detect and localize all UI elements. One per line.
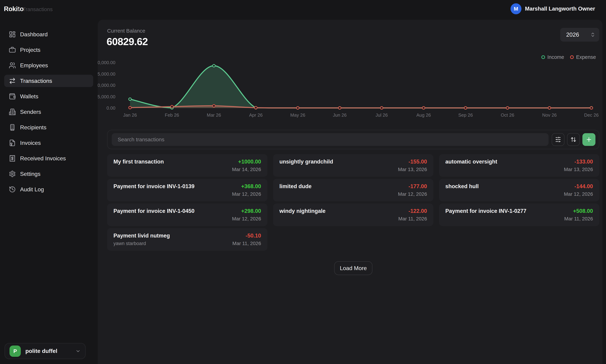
filter-button[interactable] bbox=[552, 133, 564, 146]
area-chart: 0.005,000.0010,000.0015,000.0020,000.00J… bbox=[98, 60, 603, 120]
year-select[interactable]: 2026 bbox=[560, 28, 599, 42]
transaction-card[interactable]: Payment livid nutmeg-50.10yawn starboard… bbox=[107, 228, 267, 251]
wallet-icon bbox=[9, 93, 16, 100]
transaction-amount: +368.00 bbox=[241, 183, 261, 190]
transaction-title: Payment for invoice INV-1-0277 bbox=[445, 208, 526, 214]
sliders-icon bbox=[555, 137, 561, 143]
avatar: M bbox=[511, 3, 521, 14]
transaction-card[interactable]: limited dude-177.00Mar 12, 2026 bbox=[273, 179, 433, 201]
building-2-icon bbox=[9, 108, 16, 115]
settings-icon bbox=[9, 170, 16, 177]
dashboard-icon bbox=[9, 31, 16, 38]
transaction-date: Mar 11, 2026 bbox=[232, 241, 261, 246]
svg-text:15,000.00: 15,000.00 bbox=[98, 71, 115, 77]
transaction-title: windy nightingale bbox=[279, 208, 325, 214]
add-transaction-button[interactable] bbox=[582, 133, 595, 146]
transaction-card[interactable]: automatic oversight-133.00Mar 13, 2026 bbox=[439, 154, 599, 177]
transaction-amount: -155.00 bbox=[409, 158, 427, 165]
legend-label: Expense bbox=[576, 54, 596, 60]
sidebar: DashboardProjectsEmployeesTransactionsWa… bbox=[0, 20, 97, 364]
transaction-card[interactable]: unsightly grandchild-155.00Mar 13, 2026 bbox=[273, 154, 433, 177]
sidebar-item-label: Dashboard bbox=[20, 31, 48, 38]
transactions-grid: My first transaction+1000.00Mar 14, 2026… bbox=[107, 154, 599, 251]
app-root: { "topbar": { "brand": "Rokito", "separa… bbox=[0, 0, 606, 364]
transaction-card[interactable]: Payment for invoice INV-1-0139+368.00Mar… bbox=[107, 179, 267, 201]
sidebar-item-label: Employees bbox=[20, 62, 48, 69]
sidebar-item-label: Senders bbox=[20, 109, 41, 115]
brand-logo[interactable]: Rokito bbox=[4, 5, 24, 13]
sidebar-item-dashboard[interactable]: Dashboard bbox=[4, 28, 93, 40]
transaction-title: shocked hull bbox=[445, 183, 479, 190]
transaction-date: Mar 12, 2026 bbox=[232, 216, 261, 222]
sidebar-item-transactions[interactable]: Transactions bbox=[4, 75, 93, 87]
sidebar-item-received-invoices[interactable]: Received Invoices bbox=[4, 152, 93, 165]
breadcrumb: Transactions bbox=[23, 6, 53, 12]
sidebar-nav: DashboardProjectsEmployeesTransactionsWa… bbox=[4, 28, 93, 195]
sidebar-item-label: Transactions bbox=[20, 78, 52, 84]
arrows-left-right-icon bbox=[9, 77, 16, 84]
svg-text:Aug 26: Aug 26 bbox=[416, 112, 431, 118]
sidebar-item-invoices[interactable]: Invoices bbox=[4, 137, 93, 149]
legend-label: Income bbox=[547, 54, 564, 60]
transaction-date: Mar 12, 2026 bbox=[564, 191, 593, 197]
main-panel: Current Balance 60829.62 2026 IncomeExpe… bbox=[98, 20, 603, 364]
load-more-button[interactable]: Load More bbox=[334, 261, 373, 275]
transaction-title: Payment for invoice INV-1-0139 bbox=[114, 183, 194, 190]
transaction-date: Mar 12, 2026 bbox=[232, 191, 261, 197]
svg-text:10,000.00: 10,000.00 bbox=[98, 83, 115, 88]
sidebar-item-audit-log[interactable]: Audit Log bbox=[4, 183, 93, 195]
transaction-amount: +298.00 bbox=[241, 208, 261, 214]
sidebar-item-recipients[interactable]: Recipients bbox=[4, 121, 93, 133]
legend-item-expense: Expense bbox=[570, 54, 596, 60]
transaction-card[interactable]: shocked hull-144.00Mar 12, 2026 bbox=[439, 179, 599, 201]
sidebar-user-name: polite duffel bbox=[25, 348, 71, 354]
transactions-toolbar bbox=[107, 130, 599, 149]
svg-text:0.00: 0.00 bbox=[106, 105, 115, 111]
transaction-card[interactable]: Payment for invoice INV-1-0277+508.00Mar… bbox=[439, 204, 599, 226]
users-icon bbox=[9, 62, 16, 69]
transaction-title: Payment livid nutmeg bbox=[114, 233, 170, 239]
svg-text:5,000.00: 5,000.00 bbox=[98, 94, 115, 99]
sidebar-user-switcher[interactable]: P polite duffel bbox=[5, 343, 86, 359]
transaction-date: Mar 13, 2026 bbox=[564, 167, 593, 172]
transaction-title: automatic oversight bbox=[445, 158, 497, 165]
transaction-amount: -144.00 bbox=[574, 183, 593, 190]
svg-text:Nov 26: Nov 26 bbox=[542, 112, 557, 118]
svg-text:Jan 26: Jan 26 bbox=[123, 112, 137, 118]
transaction-title: limited dude bbox=[279, 183, 312, 190]
svg-text:Sep 26: Sep 26 bbox=[458, 112, 473, 118]
year-select-value: 2026 bbox=[566, 31, 579, 38]
receipt-icon bbox=[9, 155, 16, 162]
transaction-date: Mar 14, 2026 bbox=[232, 167, 261, 172]
sidebar-item-senders[interactable]: Senders bbox=[4, 106, 93, 118]
sidebar-item-projects[interactable]: Projects bbox=[4, 44, 93, 56]
svg-text:Dec 26: Dec 26 bbox=[584, 112, 599, 118]
avatar: P bbox=[10, 346, 21, 357]
transaction-amount: -50.10 bbox=[245, 233, 261, 239]
transaction-title: Payment for invoice INV-1-0450 bbox=[114, 208, 194, 214]
sidebar-item-wallets[interactable]: Wallets bbox=[4, 90, 93, 103]
legend-item-income: Income bbox=[541, 54, 564, 60]
svg-text:Jul 26: Jul 26 bbox=[375, 112, 388, 118]
transaction-card[interactable]: My first transaction+1000.00Mar 14, 2026 bbox=[107, 154, 267, 177]
legend-dot-icon bbox=[541, 55, 545, 59]
sort-button[interactable] bbox=[567, 133, 580, 146]
transaction-date: Mar 11, 2026 bbox=[564, 216, 593, 222]
search-input[interactable] bbox=[112, 133, 549, 146]
transaction-card[interactable]: Payment for invoice INV-1-0450+298.00Mar… bbox=[107, 204, 267, 226]
topbar-user-menu[interactable]: M Marshall Langworth Owner bbox=[511, 3, 595, 14]
chevron-down-icon bbox=[75, 349, 81, 354]
transaction-date: Mar 11, 2026 bbox=[398, 216, 427, 222]
transaction-amount: -133.00 bbox=[574, 158, 593, 165]
breadcrumb-separator: / bbox=[18, 6, 19, 12]
chart-legend: IncomeExpense bbox=[541, 54, 596, 60]
sidebar-item-employees[interactable]: Employees bbox=[4, 59, 93, 72]
sidebar-item-settings[interactable]: Settings bbox=[4, 168, 93, 180]
transaction-date: Mar 12, 2026 bbox=[398, 191, 427, 197]
transaction-card[interactable]: windy nightingale-122.00Mar 11, 2026 bbox=[273, 204, 433, 226]
file-badge-icon bbox=[9, 139, 16, 146]
balance-chart: 0.005,000.0010,000.0015,000.0020,000.00J… bbox=[98, 60, 603, 120]
transaction-title: My first transaction bbox=[114, 158, 164, 165]
svg-text:Jun 26: Jun 26 bbox=[333, 112, 347, 118]
svg-text:Oct 26: Oct 26 bbox=[501, 112, 514, 118]
